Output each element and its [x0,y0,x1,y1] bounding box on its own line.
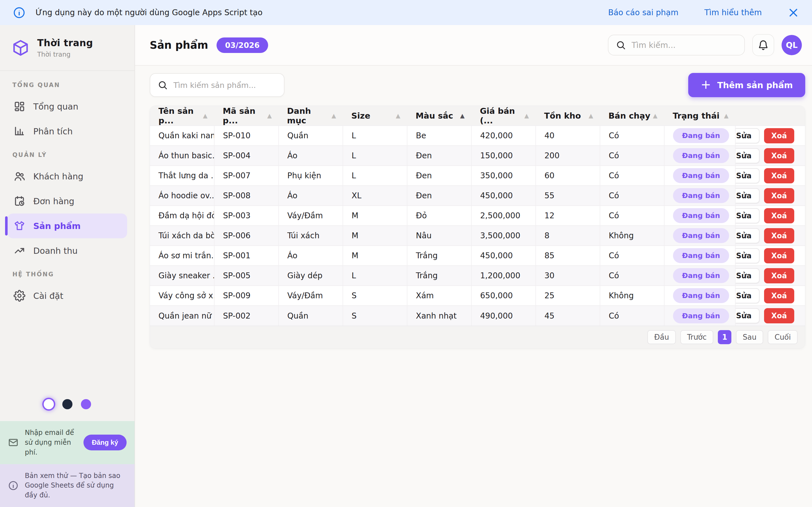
col-header-status[interactable]: Trạng thái▲ [664,106,735,126]
cell-name: Áo hoodie ov... [150,186,214,206]
page-first-button[interactable]: Đầu [647,330,676,344]
avatar[interactable]: QL [781,35,802,55]
cell-price: 2,500,000 [471,206,536,226]
table-row[interactable]: Váy công sở x... SP-009 Váy/Đầm S Xám 65… [150,286,805,305]
col-header-stock[interactable]: Tồn kho▲ [536,106,600,126]
cell-code: SP-003 [214,206,278,226]
delete-button[interactable]: Xoá [764,168,794,183]
delete-button[interactable]: Xoá [764,148,794,163]
trending-up-icon [13,245,26,257]
table-row[interactable]: Quần kaki nam SP-010 Quần L Be 420,000 4… [150,126,805,146]
table-row[interactable]: Giày sneaker ... SP-005 Giày dép L Trắng… [150,266,805,286]
cell-color: Be [407,126,471,146]
sidebar-item-tong-quan[interactable]: Tổng quan [7,94,127,119]
edit-button[interactable]: Sửa [735,148,760,163]
edit-button[interactable]: Sửa [735,168,760,183]
global-search-input[interactable] [631,41,737,50]
info-circle-icon [8,480,18,491]
delete-button[interactable]: Xoá [764,208,794,223]
sidebar-item-cai-dat[interactable]: Cài đặt [7,283,127,308]
table-row[interactable]: Quần jean nữ ... SP-002 Quần S Xanh nhạt… [150,305,805,326]
sort-asc-icon: ▲ [524,112,529,119]
envelope-icon [8,437,18,448]
edit-button[interactable]: Sửa [735,248,760,263]
sidebar-item-san-pham[interactable]: Sản phẩm [7,214,127,238]
page-next-button[interactable]: Sau [736,330,763,344]
page-prev-button[interactable]: Trước [680,330,713,344]
brand-subtitle: Thời trang [37,51,93,58]
cell-size: M [343,226,407,245]
cell-bestseller: Có [600,126,664,146]
table-row[interactable]: Thắt lưng da ... SP-007 Phụ kiện L Đen 3… [150,166,805,186]
sidebar-item-don-hang[interactable]: Đơn hàng [7,189,127,214]
global-search[interactable] [608,35,745,55]
cell-price: 350,000 [471,166,536,186]
page-last-button[interactable]: Cuối [768,330,798,344]
delete-button[interactable]: Xoá [764,188,794,203]
add-product-button[interactable]: + Thêm sản phẩm [688,73,805,97]
cell-actions: Sửa Xoá [735,245,805,266]
sidebar-nav: TỔNG QUAN Tổng quan Phân tích QUẢN LÝ Kh… [0,71,135,308]
month-badge: 03/2026 [216,38,268,53]
cell-category: Áo [278,186,343,206]
learn-more-link[interactable]: Tìm hiểu thêm [704,8,762,17]
delete-button[interactable]: Xoá [764,308,794,323]
plus-icon: + [701,78,711,91]
notifications-button[interactable] [752,34,774,56]
col-header-category[interactable]: Danh mục▲ [278,106,343,126]
signup-button[interactable]: Đăng ký [84,435,126,450]
edit-button[interactable]: Sửa [735,308,760,323]
product-search[interactable] [150,73,285,97]
sidebar-item-doanh-thu[interactable]: Doanh thu [7,238,127,263]
cell-code: SP-008 [214,186,278,206]
page-current-button[interactable]: 1 [718,330,731,344]
table-row[interactable]: Áo hoodie ov... SP-008 Áo XL Đen 450,000… [150,186,805,206]
report-abuse-link[interactable]: Báo cáo sai phạm [608,8,678,17]
theme-dot-purple[interactable] [81,399,91,409]
table-row[interactable]: Túi xách da bò SP-006 Túi xách M Nâu 3,5… [150,226,805,245]
col-header-price[interactable]: Giá bán (...▲ [471,106,536,126]
email-signup-banner: Nhập email để sử dụng miễn phí. Đăng ký [0,421,135,464]
product-toolbar: + Thêm sản phẩm [150,73,805,97]
sort-asc-icon: ▲ [724,112,728,119]
cell-name: Đầm dạ hội đỏ [150,206,214,226]
status-badge: Đang bán [673,248,729,263]
table-row[interactable]: Áo sơ mi trắn... SP-001 Áo M Trắng 450,0… [150,245,805,266]
sort-asc-icon: ▲ [653,112,658,119]
theme-dot-dark[interactable] [62,399,72,409]
cell-color: Đen [407,146,471,166]
table-row[interactable]: Đầm dạ hội đỏ SP-003 Váy/Đầm M Đỏ 2,500,… [150,206,805,226]
delete-button[interactable]: Xoá [764,288,794,303]
edit-button[interactable]: Sửa [735,208,760,223]
col-header-name[interactable]: Tên sản p...▲ [150,106,214,126]
cell-name: Áo thun basic... [150,146,214,166]
edit-button[interactable]: Sửa [735,228,760,243]
edit-button[interactable]: Sửa [735,288,760,303]
cell-actions: Sửa Xoá [735,226,805,245]
edit-button[interactable]: Sửa [735,128,760,144]
search-icon [616,40,626,50]
sidebar-item-khach-hang[interactable]: Khách hàng [7,164,127,189]
delete-button[interactable]: Xoá [764,228,794,243]
sidebar: Thời trang Thời trang TỔNG QUAN Tổng qua… [0,25,135,507]
cell-bestseller: Không [600,286,664,305]
cell-stock: 55 [536,186,600,206]
brand-title: Thời trang [37,38,93,48]
cell-price: 490,000 [471,305,536,326]
product-search-input[interactable] [173,81,276,90]
edit-button[interactable]: Sửa [735,268,760,283]
col-header-size[interactable]: Size▲ [343,106,407,126]
col-header-color[interactable]: Màu sắc▲ [407,106,471,126]
sidebar-item-phan-tich[interactable]: Phân tích [7,119,127,144]
cube-logo-icon [11,39,30,57]
delete-button[interactable]: Xoá [764,128,794,144]
edit-button[interactable]: Sửa [735,188,760,203]
delete-button[interactable]: Xoá [764,268,794,283]
delete-button[interactable]: Xoá [764,248,794,263]
cell-status: Đang bán [664,146,735,166]
close-icon[interactable] [788,7,799,18]
theme-dot-light[interactable] [44,399,54,409]
table-row[interactable]: Áo thun basic... SP-004 Áo L Đen 150,000… [150,146,805,166]
col-header-code[interactable]: Mã sản p...▲ [214,106,278,126]
col-header-bestseller[interactable]: Bán chạy▲ [600,106,664,126]
